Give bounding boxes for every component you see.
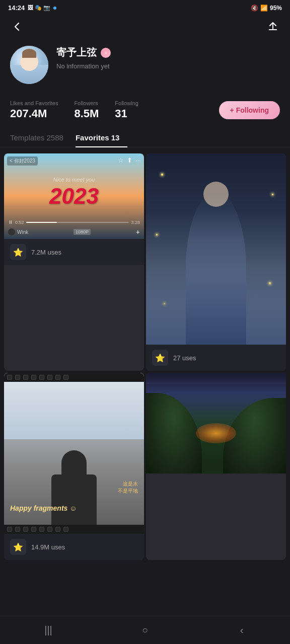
bottom-nav-home[interactable]: ○: [130, 620, 160, 640]
battery-label: 95%: [270, 5, 282, 12]
star-button-3[interactable]: ⭐: [10, 539, 26, 555]
follow-button[interactable]: + Following: [219, 101, 280, 119]
status-bar: 14:24 🖼 🎭 📷 🔇 📶 95%: [0, 0, 290, 14]
status-indicators: 🔇 📶 95%: [251, 5, 282, 12]
bottom-navigation: ||| ○ ‹: [0, 616, 290, 644]
card-bottom-film: ⭐ 14.9M uses: [4, 534, 144, 560]
card-bottom-girl: ⭐ 27 uses: [146, 345, 286, 371]
bottom-nav-menu[interactable]: |||: [33, 620, 63, 640]
likes-label: Likes and Favorites: [10, 100, 58, 106]
film-card[interactable]: Happy fragments ☺ 这是水不是平地 ⭐ 14.9M uses: [4, 373, 144, 560]
following-stat: Following 31: [115, 100, 138, 120]
film-sign: 这是水不是平地: [118, 480, 138, 495]
template-card-2023[interactable]: < 你好2023 ☆ ⬆ ··· Nice to meet you 2023 ⏸…: [4, 153, 144, 371]
film-preview: Happy fragments ☺ 这是水不是平地: [4, 373, 144, 534]
tabs-row: Templates 2588 Favorites 13: [0, 128, 290, 147]
verified-badge: ♀: [101, 48, 111, 58]
sunset-preview: [146, 373, 286, 473]
hd-badge: 1080P: [74, 229, 91, 235]
template-tag: < 你好2023: [7, 156, 38, 166]
followers-label: Followers: [74, 100, 99, 106]
film-strip-top: [4, 373, 144, 382]
stats-row: Likes and Favorites 207.4M Followers 8.5…: [0, 94, 290, 128]
template-toolbar: ☆ ⬆ ···: [118, 156, 141, 164]
progress-bar: ⏸ 0:52 3:28: [8, 219, 140, 225]
tab-favorites[interactable]: Favorites 13: [76, 128, 128, 147]
likes-stat: Likes and Favorites 207.4M: [10, 100, 58, 120]
profile-section: 寄予上弦 ♀ No information yet: [0, 42, 290, 94]
film-caption: Happy fragments ☺: [10, 504, 138, 513]
profile-name-row: 寄予上弦 ♀: [56, 46, 280, 59]
template-year: 2023: [49, 184, 99, 209]
photo-preview: [146, 153, 286, 345]
time-total: 3:28: [131, 220, 140, 225]
time-elapsed: 0:52: [15, 220, 24, 225]
back-button[interactable]: [8, 18, 26, 36]
template-overlay: Nice to meet you: [53, 177, 95, 183]
template-bottom: Wink 1080P +: [8, 228, 140, 236]
content-grid: < 你好2023 ☆ ⬆ ··· Nice to meet you 2023 ⏸…: [0, 151, 290, 562]
uses-label: 7.2M uses: [31, 249, 61, 256]
star-button[interactable]: ⭐: [10, 244, 26, 260]
share-button[interactable]: [264, 18, 282, 36]
bottom-nav-back[interactable]: ‹: [227, 620, 257, 640]
photo-card-girl[interactable]: ⭐ 27 uses: [146, 153, 286, 371]
following-label: Following: [115, 100, 138, 106]
film-strip-bottom: [4, 525, 144, 534]
top-navigation: [0, 14, 290, 42]
followers-stat: Followers 8.5M: [74, 100, 99, 120]
avatar: [10, 46, 48, 84]
dot-indicator: [53, 7, 56, 10]
following-value: 31: [115, 107, 138, 120]
signal-icon: 📶: [260, 5, 268, 12]
card-bottom-2023: ⭐ 7.2M uses: [4, 239, 144, 265]
uses-label-3: 14.9M uses: [31, 543, 65, 551]
uses-label-2: 27 uses: [173, 354, 196, 362]
star-button-2[interactable]: ⭐: [152, 350, 168, 366]
username: 寄予上弦: [56, 46, 97, 59]
film-image: Happy fragments ☺ 这是水不是平地: [4, 382, 144, 525]
notification-icons: 🖼 🎭 📷: [28, 5, 50, 11]
photo-card-sunset[interactable]: [146, 373, 286, 560]
likes-value: 207.4M: [10, 107, 58, 120]
profile-bio: No information yet: [56, 62, 280, 70]
followers-value: 8.5M: [74, 107, 99, 120]
profile-info: 寄予上弦 ♀ No information yet: [56, 46, 280, 70]
time-display: 14:24: [8, 4, 25, 12]
status-time: 14:24 🖼 🎭 📷: [8, 4, 56, 12]
mute-icon: 🔇: [251, 5, 258, 12]
tab-templates[interactable]: Templates 2588: [10, 128, 71, 147]
